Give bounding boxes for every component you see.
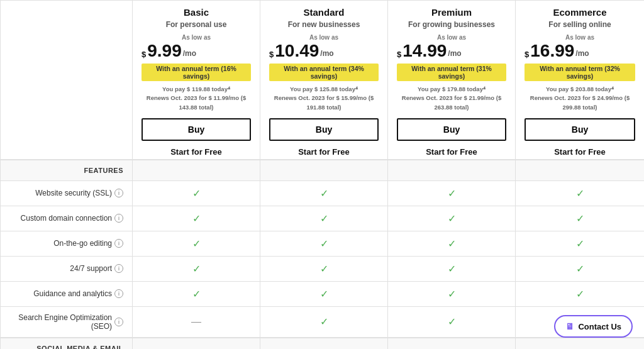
price-label-ecommerce: As low as <box>525 34 635 41</box>
check-icon: ✓ <box>192 289 201 299</box>
price-dollar-ecommerce: $ <box>525 50 529 58</box>
feature-value-0-0-2: ✓ <box>388 180 516 206</box>
feature-name-0-5: Search Engine Optimization (SEO) <box>9 313 112 331</box>
price-period-standard: /mo <box>320 49 333 58</box>
pricing-table: Basic For personal use As low as $ 9.99 … <box>0 0 644 349</box>
price-row-ecommerce: $ 16.99 /mo <box>525 42 635 60</box>
price-dollar-premium: $ <box>397 50 401 58</box>
price-label-basic: As low as <box>142 34 251 41</box>
check-icon: ✓ <box>576 188 584 199</box>
savings-badge-ecommerce: With an annual term (32% savings) <box>525 64 635 81</box>
feature-value-0-1-3: ✓ <box>516 206 645 231</box>
feature-value-0-4-3: ✓ <box>516 281 645 306</box>
payment-info-basic: You pay $ 119.88 today⁴Renews Oct. 2023 … <box>142 85 251 112</box>
plan-name-standard: Standard <box>269 7 379 18</box>
price-label-premium: As low as <box>397 34 506 41</box>
section-empty-1-2 <box>388 338 516 349</box>
start-free-ecommerce[interactable]: Start for Free <box>525 147 635 157</box>
feature-value-0-0-1: ✓ <box>260 180 388 206</box>
start-free-standard[interactable]: Start for Free <box>269 147 379 157</box>
payment-info-ecommerce: You pay $ 203.88 today⁴Renews Oct. 2023 … <box>525 85 635 112</box>
feature-value-0-1-1: ✓ <box>260 206 388 231</box>
price-period-basic: /mo <box>183 49 196 58</box>
feature-name-0-2: On-the-go editing <box>53 239 112 248</box>
check-icon: ✓ <box>448 238 456 249</box>
buy-button-standard[interactable]: Buy <box>269 118 379 141</box>
price-amount-ecommerce: 16.99 <box>530 42 574 60</box>
section-empty-0-3 <box>516 160 645 181</box>
start-free-basic[interactable]: Start for Free <box>142 147 251 157</box>
check-icon: ✓ <box>320 238 328 249</box>
feature-name-0-4: Guidance and analytics <box>33 289 112 298</box>
table-row: Search Engine Optimization (SEO)i—✓✓✓ <box>1 306 645 338</box>
price-row-standard: $ 10.49 /mo <box>269 42 379 60</box>
price-amount-basic: 9.99 <box>147 42 182 60</box>
plan-header-ecommerce: Ecommerce For selling online As low as $… <box>516 1 645 160</box>
payment-info-premium: You pay $ 179.88 today⁴Renews Oct. 2023 … <box>397 85 506 112</box>
feature-value-0-4-0: ✓ <box>133 281 260 306</box>
plan-header-premium: Premium For growing businesses As low as… <box>388 1 516 160</box>
plan-tagline-basic: For personal use <box>142 20 251 29</box>
section-empty-1-3 <box>516 338 645 349</box>
contact-us-button[interactable]: 🖥 Contact Us <box>554 315 633 338</box>
buy-button-basic[interactable]: Buy <box>142 118 251 141</box>
plan-name-premium: Premium <box>397 7 506 18</box>
feature-value-0-1-0: ✓ <box>133 206 260 231</box>
plan-tagline-standard: For new businesses <box>269 20 379 29</box>
section-empty-1-1 <box>260 338 388 349</box>
check-icon: ✓ <box>448 263 456 274</box>
buy-button-ecommerce[interactable]: Buy <box>525 118 635 141</box>
check-icon: ✓ <box>576 238 584 249</box>
price-amount-premium: 14.99 <box>402 42 447 60</box>
table-row: On-the-go editingi✓✓✓✓ <box>1 231 645 256</box>
feature-label-0-5: Search Engine Optimization (SEO)i <box>1 306 133 338</box>
check-icon: ✓ <box>320 289 328 299</box>
feature-value-0-2-3: ✓ <box>516 231 645 256</box>
check-icon: ✓ <box>320 316 328 327</box>
feature-name-0-3: 24/7 support <box>70 264 112 273</box>
info-icon-0-0[interactable]: i <box>114 189 123 197</box>
feature-value-0-3-0: ✓ <box>133 256 260 281</box>
info-icon-0-5[interactable]: i <box>114 318 123 326</box>
price-dollar-standard: $ <box>269 50 274 58</box>
check-icon: ✓ <box>448 289 456 299</box>
check-icon: ✓ <box>192 188 201 199</box>
feature-value-0-4-2: ✓ <box>388 281 516 306</box>
feature-value-0-4-1: ✓ <box>260 281 388 306</box>
feature-value-0-3-1: ✓ <box>260 256 388 281</box>
check-icon: ✓ <box>448 213 456 224</box>
table-row: Guidance and analyticsi✓✓✓✓ <box>1 281 645 306</box>
buy-button-premium[interactable]: Buy <box>397 118 506 141</box>
feature-label-0-4: Guidance and analyticsi <box>1 281 133 306</box>
feature-value-0-0-3: ✓ <box>516 180 645 206</box>
savings-badge-basic: With an annual term (16% savings) <box>142 64 251 81</box>
info-icon-0-2[interactable]: i <box>114 239 123 248</box>
feature-value-0-3-2: ✓ <box>388 256 516 281</box>
feature-value-0-3-3: ✓ <box>516 256 645 281</box>
price-label-standard: As low as <box>269 34 379 41</box>
info-icon-0-3[interactable]: i <box>114 264 123 273</box>
check-icon: ✓ <box>448 188 456 199</box>
check-icon: ✓ <box>320 263 328 274</box>
feature-value-0-0-0: ✓ <box>133 180 260 206</box>
price-period-premium: /mo <box>448 49 461 58</box>
contact-us-label: Contact Us <box>578 322 621 331</box>
plan-header-standard: Standard For new businesses As low as $ … <box>260 1 388 160</box>
start-free-premium[interactable]: Start for Free <box>397 147 506 157</box>
check-icon: ✓ <box>192 213 201 224</box>
plan-tagline-premium: For growing businesses <box>397 20 506 29</box>
feature-name-0-1: Custom domain connection <box>21 214 112 223</box>
check-icon: ✓ <box>192 263 201 274</box>
savings-badge-standard: With an annual term (34% savings) <box>269 64 379 81</box>
info-icon-0-1[interactable]: i <box>114 214 123 223</box>
check-icon: ✓ <box>192 238 201 249</box>
info-icon-0-4[interactable]: i <box>114 289 123 298</box>
feature-name-0-0: Website security (SSL) <box>35 189 112 197</box>
plan-name-ecommerce: Ecommerce <box>525 7 635 18</box>
feature-value-0-2-0: ✓ <box>133 231 260 256</box>
chat-icon: 🖥 <box>565 321 574 331</box>
plan-header-basic: Basic For personal use As low as $ 9.99 … <box>133 1 260 160</box>
price-period-ecommerce: /mo <box>575 49 589 58</box>
check-icon: ✓ <box>576 263 584 274</box>
section-empty-0-0 <box>133 160 260 181</box>
